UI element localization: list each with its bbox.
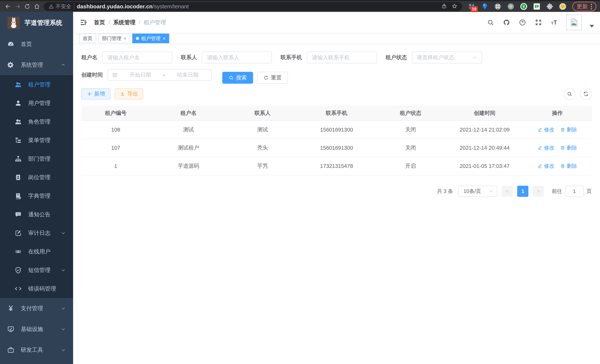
browser-update-button[interactable]: 更新	[572, 2, 596, 11]
update-label: 更新	[577, 3, 588, 10]
sidebar-item-label: 基础设施	[21, 326, 61, 333]
extension-grid-icon[interactable]: 10	[468, 2, 476, 10]
edit-link[interactable]: 修改	[538, 162, 554, 169]
sidebar-item-user[interactable]: 用户管理	[0, 94, 73, 112]
sidebar-item-label: 支付管理	[21, 305, 61, 312]
delete-link[interactable]: 删除	[560, 126, 577, 133]
sidebar-item-label: 部门管理	[28, 155, 66, 163]
sidebar-item-dept[interactable]: 部门管理	[0, 149, 73, 168]
extension-balloon-icon[interactable]	[481, 2, 489, 10]
calendar-icon	[112, 72, 118, 78]
chevron-down-icon	[61, 231, 66, 235]
breadcrumb-item[interactable]: 首页	[94, 19, 105, 26]
sidebar-item-menu[interactable]: 菜单管理	[0, 131, 73, 149]
close-icon[interactable]: ×	[163, 36, 166, 41]
browser-menu-kebab-icon[interactable]	[591, 4, 592, 9]
edit-link[interactable]: 修改	[538, 126, 554, 133]
extension-badge: 10	[471, 6, 478, 12]
date-separator: -	[163, 72, 165, 78]
sidebar-item-post[interactable]: 岗位管理	[0, 168, 73, 187]
goto-label: 前往	[552, 188, 562, 195]
prev-page-button[interactable]	[502, 186, 513, 197]
sidebar-item-pay[interactable]: 支付管理	[0, 298, 73, 319]
sidebar-item-dict[interactable]: 字典管理	[0, 187, 73, 205]
tag-tenant[interactable]: 租户管理×	[132, 34, 169, 43]
sidebar-item-audit-log[interactable]: 审计日志	[0, 224, 73, 242]
cell-status: 开启	[375, 157, 446, 175]
sidebar-item-infra[interactable]: 基础设施	[0, 319, 73, 339]
font-size-icon[interactable]: TT	[550, 18, 558, 27]
extension-chat-icon[interactable]	[533, 2, 541, 10]
sidebar-item-sms[interactable]: 短信管理	[0, 261, 73, 280]
sidebar-item-label: 字典管理	[28, 192, 66, 200]
breadcrumb-item[interactable]: 系统管理	[113, 19, 135, 26]
filter-form-row2: 创建时间 开始日期 - 结束日期 搜索 重置	[81, 69, 592, 86]
mobile-input[interactable]	[307, 52, 377, 64]
reset-button[interactable]: 重置	[257, 72, 288, 84]
extension-dot-icon[interactable]	[507, 2, 515, 10]
status-select-placeholder: 请选择租户状态	[417, 54, 472, 61]
sidebar-item-tenant[interactable]: 租户管理	[0, 75, 73, 94]
url-divider	[74, 4, 74, 9]
tenant-name-input[interactable]	[102, 52, 172, 64]
extension-y-icon[interactable]: Y	[520, 2, 528, 10]
browser-forward-icon[interactable]	[13, 2, 22, 11]
sidebar-item-system[interactable]: 系统管理	[0, 55, 73, 75]
address-bar[interactable]: 不安全 dashboard.yudao.iocoder.cn/system/te…	[44, 2, 462, 11]
search-icon	[567, 91, 572, 97]
broken-image-icon	[570, 18, 579, 27]
extension-puzzle-icon[interactable]	[546, 2, 554, 10]
github-icon[interactable]	[502, 18, 511, 27]
org-icon	[14, 155, 22, 162]
edit-link[interactable]: 修改	[538, 144, 554, 151]
tag-dept[interactable]: 部门管理×	[98, 34, 130, 43]
sidebar-item-online-user[interactable]: 在线用户	[0, 242, 73, 261]
help-icon[interactable]	[518, 18, 526, 27]
extension-command-icon[interactable]	[494, 2, 502, 10]
url-text[interactable]: dashboard.yudao.iocoder.cn/system/tenant	[77, 3, 189, 10]
start-date-placeholder[interactable]: 开始日期	[121, 71, 160, 79]
refresh-table-button[interactable]	[580, 88, 592, 100]
search-button[interactable]: 搜索	[222, 72, 253, 84]
page-size-select[interactable]: 10条/页	[458, 186, 497, 197]
browser-home-icon[interactable]	[33, 2, 41, 11]
sidebar-item-role[interactable]: 角色管理	[0, 112, 73, 131]
sidebar-item-notice[interactable]: 通知公告	[0, 205, 73, 224]
fullscreen-icon[interactable]	[534, 18, 543, 27]
gear-icon	[7, 61, 14, 69]
sidebar-item-error-code[interactable]: 错误码管理	[0, 280, 73, 298]
contact-input[interactable]	[202, 52, 272, 64]
url-path: /system/tenant	[152, 3, 189, 9]
browser-back-icon[interactable]	[4, 2, 12, 11]
show-search-button[interactable]	[564, 88, 575, 100]
breadcrumb-separator: /	[108, 19, 110, 26]
extension-emoji-icon[interactable]	[559, 2, 567, 10]
bookmark-star-icon[interactable]	[452, 3, 457, 10]
delete-link[interactable]: 删除	[560, 162, 577, 169]
avatar[interactable]	[566, 15, 582, 30]
sidebar-item-home[interactable]: 首页	[0, 34, 73, 55]
sidebar-item-devtools[interactable]: 研发工具	[0, 339, 73, 360]
filter-form-row1: 租户名 联系人 联系手机 租户状态 请选择租户状态	[81, 52, 592, 69]
security-warning[interactable]: 不安全	[49, 3, 71, 10]
browser-reload-icon[interactable]	[23, 2, 32, 11]
goto-page-input[interactable]	[565, 186, 584, 197]
end-date-placeholder[interactable]: 结束日期	[168, 71, 207, 79]
create-time-range-picker[interactable]: 开始日期 - 结束日期	[108, 69, 212, 81]
sidebar-item-label: 角色管理	[28, 118, 66, 126]
tag-home[interactable]: 首页	[79, 34, 96, 43]
export-button[interactable]: 导出	[115, 88, 143, 99]
status-select[interactable]: 请选择租户状态	[412, 52, 482, 64]
close-icon[interactable]: ×	[123, 36, 126, 41]
share-icon[interactable]	[441, 3, 447, 10]
chevron-down-icon[interactable]	[590, 25, 594, 28]
page-number-1[interactable]: 1	[517, 186, 528, 197]
add-button[interactable]: 新增	[81, 88, 111, 99]
next-page-button[interactable]	[533, 186, 544, 197]
sidebar-logo[interactable]: 芋道管理系统	[0, 12, 73, 34]
search-icon[interactable]	[487, 18, 495, 27]
column-header: 联系人	[227, 106, 298, 121]
sidebar-collapse-icon[interactable]	[79, 18, 88, 27]
delete-link[interactable]: 删除	[560, 144, 577, 151]
dict-book-icon	[14, 192, 22, 200]
